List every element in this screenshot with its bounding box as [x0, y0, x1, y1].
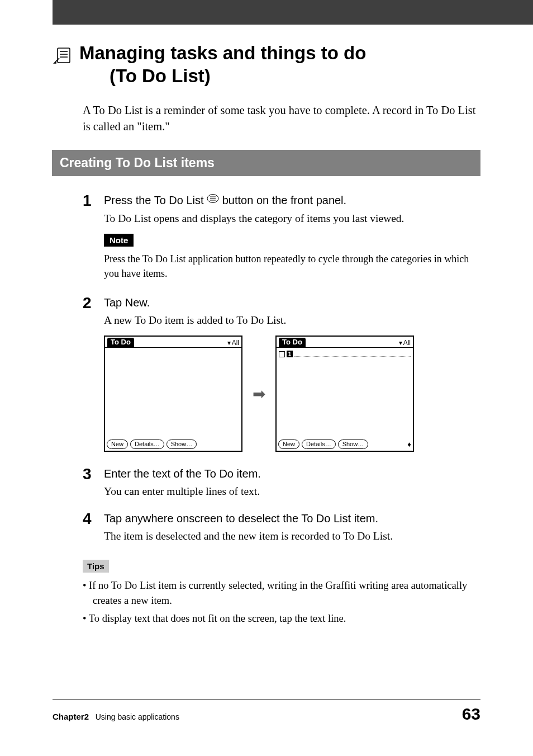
step-description: The item is deselected and the new item … — [104, 528, 480, 544]
step-description: You can enter multiple lines of text. — [104, 484, 480, 499]
text-entry-line[interactable] — [294, 351, 411, 357]
note-badge: Note — [104, 234, 134, 247]
screenshot-after: To Do ▾ All 1 New — [275, 336, 414, 452]
step-2: 2 Tap New. A new To Do item is added to … — [83, 295, 480, 462]
todo-item[interactable]: 1 — [279, 349, 411, 358]
category-dropdown[interactable]: ▾ All — [227, 339, 239, 347]
step-heading: Tap New. — [104, 295, 480, 310]
arrow-right-icon: ➡ — [253, 385, 265, 403]
app-title-tab: To Do — [107, 338, 134, 347]
app-title-tab: To Do — [279, 338, 306, 347]
page-footer: Chapter2 Using basic applications 63 — [53, 700, 480, 724]
details-button[interactable]: Details… — [302, 440, 336, 449]
section-heading: Creating To Do List items — [52, 150, 480, 176]
category-label: All — [232, 339, 239, 347]
show-button[interactable]: Show… — [166, 440, 197, 449]
page-title: Managing tasks and things to do (To Do L… — [53, 41, 480, 88]
checkbox-icon[interactable] — [279, 351, 285, 357]
screenshot-row: To Do ▾ All New Details… Show… ➡ — [104, 336, 480, 452]
step-3: 3 Enter the text of the To Do item. You … — [83, 466, 480, 507]
title-line-2: (To Do List) — [110, 65, 211, 86]
step-description: A new To Do item is added to To Do List. — [104, 313, 480, 328]
title-line-1: Managing tasks and things to do — [79, 42, 366, 63]
step-number: 4 — [83, 511, 104, 527]
chapter-title: Using basic applications — [96, 712, 179, 721]
step-4: 4 Tap anywhere onscreen to deselect the … — [83, 511, 480, 551]
intro-paragraph: A To Do List is a reminder of some task … — [83, 102, 480, 135]
new-button[interactable]: New — [278, 440, 299, 449]
note-text: Press the To Do List application button … — [104, 252, 480, 280]
step-number: 1 — [83, 193, 104, 209]
step-description: To Do List opens and displays the catego… — [104, 211, 480, 226]
priority-indicator[interactable]: 1 — [287, 351, 293, 357]
page-number: 63 — [462, 705, 480, 724]
category-label: All — [403, 339, 411, 347]
chapter-info: Chapter2 Using basic applications — [53, 712, 179, 721]
step-heading: Enter the text of the To Do item. — [104, 466, 480, 481]
screenshot-before: To Do ▾ All New Details… Show… — [104, 336, 242, 452]
tips-list: If no To Do List item is currently selec… — [83, 578, 480, 626]
step-number: 2 — [83, 295, 104, 311]
tips-badge: Tips — [83, 560, 109, 573]
step-heading: Press the To Do List button on the front… — [104, 193, 480, 209]
page-content: Managing tasks and things to do (To Do L… — [0, 25, 533, 626]
tip-item: To display text that does not fit on the… — [83, 611, 480, 626]
notepad-icon — [53, 45, 74, 70]
todo-button-icon — [207, 192, 219, 207]
show-button[interactable]: Show… — [338, 440, 369, 449]
dropdown-triangle-icon: ▾ — [399, 339, 402, 347]
chapter-label: Chapter2 — [53, 712, 89, 721]
new-button[interactable]: New — [107, 440, 128, 449]
svg-rect-0 — [58, 48, 70, 63]
step-heading: Tap anywhere onscreen to deselect the To… — [104, 511, 480, 526]
category-dropdown[interactable]: ▾ All — [399, 339, 411, 347]
tip-item: If no To Do List item is currently selec… — [83, 578, 480, 608]
step-1: 1 Press the To Do List button on the fro… — [83, 193, 480, 291]
header-bar — [53, 0, 533, 25]
details-button[interactable]: Details… — [130, 440, 164, 449]
step-number: 3 — [83, 466, 104, 482]
dropdown-triangle-icon: ▾ — [227, 339, 231, 347]
scroll-up-icon[interactable]: ♦ — [407, 440, 411, 448]
